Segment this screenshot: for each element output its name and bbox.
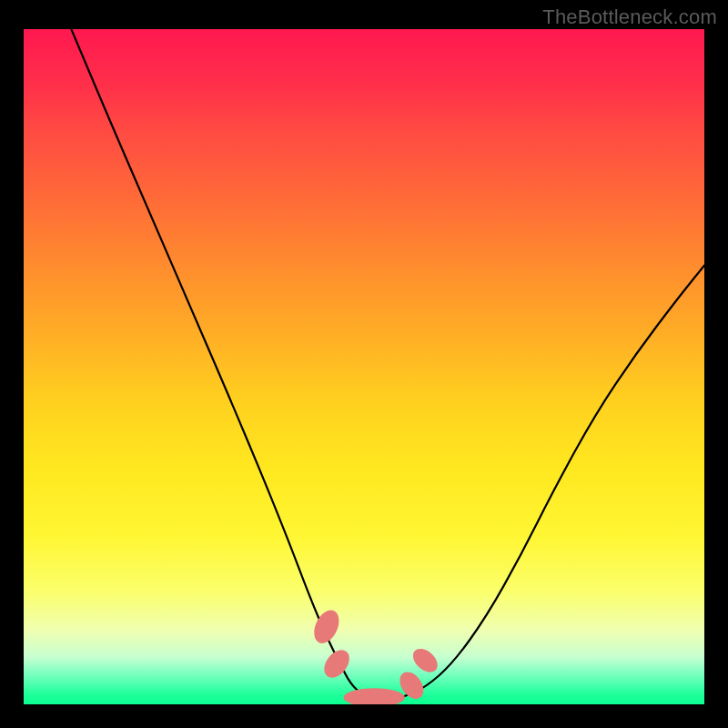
watermark-text: TheBottleneck.com xyxy=(542,5,717,29)
chart-frame: TheBottleneck.com xyxy=(0,0,728,728)
marker-group xyxy=(309,606,442,704)
marker-3 xyxy=(344,688,405,704)
marker-1 xyxy=(309,606,344,647)
marker-2 xyxy=(319,645,355,682)
marker-5 xyxy=(409,644,442,677)
plot-area xyxy=(24,29,704,704)
bottleneck-curve xyxy=(71,29,704,701)
chart-overlay xyxy=(24,29,704,704)
